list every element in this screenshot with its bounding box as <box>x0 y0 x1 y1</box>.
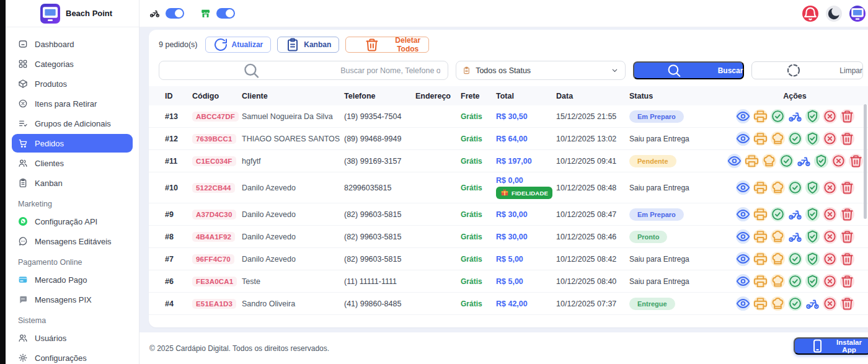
check-circle-icon <box>788 296 802 311</box>
delete-order-button[interactable] <box>840 229 854 244</box>
set-preparing-button[interactable] <box>771 296 785 311</box>
set-ready-button[interactable] <box>788 296 802 311</box>
refresh-button[interactable]: Atualizar <box>205 37 272 53</box>
print-order-button[interactable] <box>753 131 768 146</box>
delete-order-button[interactable] <box>840 252 854 266</box>
table-scrollbar[interactable] <box>864 104 867 219</box>
set-delivered-button[interactable] <box>805 180 820 195</box>
order-date: 15/12/2025 21:55 <box>556 112 629 121</box>
sidebar-item-configuracao-api[interactable]: Configuração API <box>12 212 133 231</box>
set-preparing-button[interactable] <box>771 131 785 146</box>
delete-order-button[interactable] <box>840 207 854 221</box>
set-ready-button[interactable] <box>788 131 802 146</box>
view-order-button[interactable] <box>736 131 750 146</box>
set-ready-button[interactable] <box>788 274 802 288</box>
sidebar-item-configuracoes[interactable]: Configurações <box>12 348 133 364</box>
status-filter-select[interactable]: Todos os Status <box>456 61 626 80</box>
print-order-button[interactable] <box>753 229 768 244</box>
cancel-order-button[interactable] <box>823 131 837 146</box>
sidebar-item-categorias[interactable]: Categorias <box>12 55 133 73</box>
sidebar-item-itens-para-retirar[interactable]: Itens para Retirar <box>12 94 133 113</box>
message-square-icon <box>18 295 28 304</box>
status-badge: Em Preparo <box>629 110 684 123</box>
print-order-button[interactable] <box>745 154 759 168</box>
cancel-order-button[interactable] <box>823 252 837 266</box>
set-ready-button[interactable] <box>788 180 802 195</box>
set-out-for-delivery-button[interactable] <box>788 207 802 221</box>
set-ready-button[interactable] <box>788 252 802 266</box>
cancel-order-button[interactable] <box>823 207 837 221</box>
sidebar-item-label: Configuração API <box>35 217 97 226</box>
set-out-for-delivery-button[interactable] <box>805 296 820 311</box>
install-app-button[interactable]: Instalar App <box>794 337 868 355</box>
sidebar-item-clientes[interactable]: Clientes <box>12 154 133 172</box>
set-delivered-button[interactable] <box>805 274 820 288</box>
print-order-button[interactable] <box>753 207 768 221</box>
set-ready-button[interactable] <box>771 207 785 221</box>
cancel-order-button[interactable] <box>823 296 837 311</box>
sidebar-item-dashboard[interactable]: Dashboard <box>12 35 133 53</box>
sidebar-item-mercado-pago[interactable]: Mercado Pago <box>12 270 133 289</box>
sidebar-item-grupos-de-adicionais[interactable]: Grupos de Adicionais <box>12 114 133 133</box>
set-delivered-button[interactable] <box>805 109 820 123</box>
print-order-button[interactable] <box>753 274 768 288</box>
delete-order-button[interactable] <box>840 296 854 311</box>
sidebar-item-produtos[interactable]: Produtos <box>12 74 133 93</box>
set-preparing-button[interactable] <box>771 252 785 266</box>
set-preparing-button[interactable] <box>771 274 785 288</box>
view-order-button[interactable] <box>736 296 750 311</box>
print-order-button[interactable] <box>753 296 768 311</box>
view-order-button[interactable] <box>736 207 750 221</box>
sidebar-item-mensagens-pix[interactable]: Mensagens PIX <box>12 290 133 309</box>
users-icon <box>18 333 28 343</box>
view-order-button[interactable] <box>727 154 742 168</box>
delete-order-button[interactable] <box>849 154 863 168</box>
view-order-button[interactable] <box>736 180 750 195</box>
set-preparing-button[interactable] <box>771 180 785 195</box>
print-order-button[interactable] <box>753 109 768 123</box>
avatar[interactable] <box>849 6 866 22</box>
sidebar-item-kanban[interactable]: Kanban <box>12 174 133 192</box>
print-order-button[interactable] <box>753 180 768 195</box>
set-delivered-button[interactable] <box>814 154 828 168</box>
set-ready-button[interactable] <box>771 109 785 123</box>
set-delivered-button[interactable] <box>805 252 820 266</box>
search-input[interactable] <box>340 66 440 75</box>
set-delivered-button[interactable] <box>805 131 820 146</box>
set-out-for-delivery-button[interactable] <box>788 229 802 244</box>
print-order-button[interactable] <box>753 252 768 266</box>
view-order-button[interactable] <box>736 252 750 266</box>
set-preparing-button[interactable] <box>771 229 785 244</box>
delete-order-button[interactable] <box>840 274 854 288</box>
clear-button[interactable]: Limpar <box>751 61 863 79</box>
dark-mode-button[interactable] <box>826 6 842 22</box>
kanban-button[interactable]: Kanban <box>277 37 339 53</box>
view-order-button[interactable] <box>736 229 750 244</box>
search-button[interactable]: Buscar <box>633 61 745 79</box>
notifications-button[interactable] <box>802 6 818 22</box>
set-out-for-delivery-button[interactable] <box>788 109 802 123</box>
set-preparing-button[interactable] <box>762 154 776 168</box>
printer-icon <box>753 131 768 146</box>
view-order-button[interactable] <box>736 274 750 288</box>
sidebar-item-usuarios[interactable]: Usuários <box>12 329 133 347</box>
set-ready-button[interactable] <box>779 154 794 168</box>
cancel-order-button[interactable] <box>823 109 837 123</box>
cancel-order-button[interactable] <box>823 180 837 195</box>
delete-all-button[interactable]: Deletar Todos <box>345 37 429 53</box>
set-delivered-button[interactable] <box>805 229 820 244</box>
sidebar-item-mensagens-editaveis[interactable]: Mensagens Editáveis <box>12 232 133 251</box>
cancel-order-button[interactable] <box>823 229 837 244</box>
set-delivered-button[interactable] <box>805 207 820 221</box>
cancel-order-button[interactable] <box>831 154 846 168</box>
delete-order-button[interactable] <box>840 131 854 146</box>
set-out-for-delivery-button[interactable] <box>797 154 811 168</box>
order-total: R$ 42,00 <box>496 300 552 308</box>
store-open-toggle[interactable] <box>216 8 235 19</box>
cancel-order-button[interactable] <box>823 274 837 288</box>
view-order-button[interactable] <box>736 109 750 123</box>
delivery-toggle[interactable] <box>166 8 184 19</box>
sidebar-item-pedidos[interactable]: Pedidos <box>12 134 133 153</box>
delete-order-button[interactable] <box>840 109 854 123</box>
delete-order-button[interactable] <box>840 180 854 195</box>
